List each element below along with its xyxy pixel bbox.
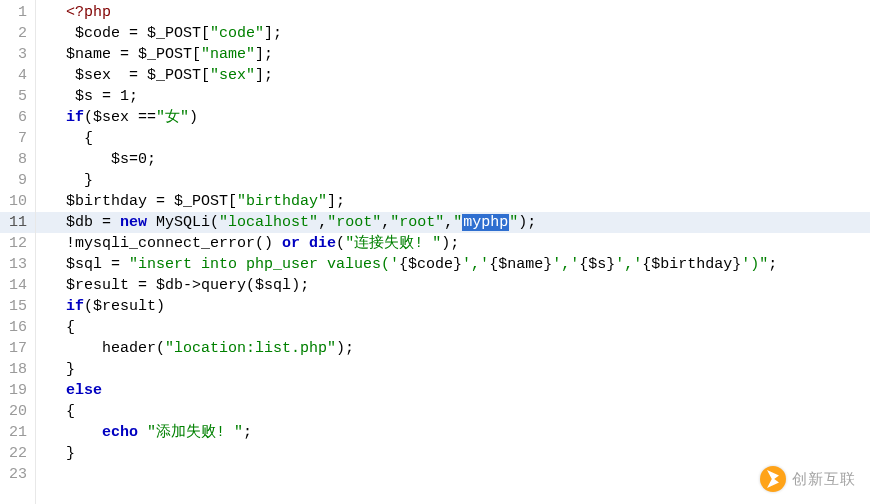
token: "insert into php_user values(' (129, 256, 399, 273)
token (48, 151, 111, 168)
line-number: 20 (0, 401, 35, 422)
token: = (111, 46, 138, 63)
token: "root" (390, 214, 444, 231)
line-number: 7 (0, 128, 35, 149)
line-number: 18 (0, 359, 35, 380)
token: $sql (66, 256, 102, 273)
token (48, 424, 102, 441)
code-line[interactable]: { (48, 317, 870, 338)
code-line[interactable]: <?php (48, 2, 870, 23)
token: ; (129, 88, 138, 105)
line-number: 9 (0, 170, 35, 191)
code-line[interactable]: { (48, 401, 870, 422)
code-line[interactable]: $sex = $_POST["sex"]; (48, 65, 870, 86)
code-line[interactable]: $db = new MySQLi("localhost","root","roo… (36, 212, 870, 233)
line-number: 17 (0, 338, 35, 359)
token: "localhost" (219, 214, 318, 231)
token (300, 235, 309, 252)
token: header (102, 340, 156, 357)
line-number: 11 (0, 212, 35, 233)
token: $name (66, 46, 111, 63)
token: = (120, 25, 147, 42)
token (48, 193, 66, 210)
line-number: 21 (0, 422, 35, 443)
token: ; (243, 424, 252, 441)
token: [ (192, 46, 201, 63)
code-line[interactable]: if($sex =="女") (48, 107, 870, 128)
code-line[interactable]: $sql = "insert into php_user values('{$c… (48, 254, 870, 275)
token (48, 256, 66, 273)
code-line[interactable]: $name = $_POST["name"]; (48, 44, 870, 65)
token: $_POST (147, 67, 201, 84)
code-line[interactable]: else (48, 380, 870, 401)
token: ; (147, 151, 156, 168)
code-line[interactable]: } (48, 359, 870, 380)
token: } (48, 445, 75, 462)
token: "birthday" (237, 193, 327, 210)
token: [ (201, 67, 210, 84)
token: ( (84, 109, 93, 126)
token: () (255, 235, 282, 252)
line-number: 16 (0, 317, 35, 338)
line-number: 19 (0, 380, 35, 401)
line-number: 14 (0, 275, 35, 296)
code-line[interactable]: $code = $_POST["code"]; (48, 23, 870, 44)
code-line[interactable]: !mysqli_connect_error() or die("连接失败! ")… (48, 233, 870, 254)
token: ); (336, 340, 354, 357)
token: , (444, 214, 453, 231)
line-number: 12 (0, 233, 35, 254)
token (48, 4, 66, 21)
token: echo (102, 424, 138, 441)
code-line[interactable]: $s=0; (48, 149, 870, 170)
token (48, 340, 102, 357)
token: = (147, 193, 174, 210)
code-line[interactable]: $birthday = $_POST["birthday"]; (48, 191, 870, 212)
token: "sex" (210, 67, 255, 84)
token (48, 88, 75, 105)
token: ); (441, 235, 459, 252)
token: $code (75, 25, 120, 42)
token: new (120, 214, 147, 231)
selection: myphp (462, 214, 509, 231)
code-line[interactable]: } (48, 170, 870, 191)
token: ! (48, 235, 75, 252)
token: " (509, 214, 518, 231)
token (48, 214, 66, 231)
token: ( (156, 340, 165, 357)
token: {$code} (399, 256, 462, 273)
code-editor[interactable]: 1234567891011121314151617181920212223 <?… (0, 0, 870, 504)
code-line[interactable]: } (48, 443, 870, 464)
token: $result (93, 298, 156, 315)
code-line[interactable]: if($result) (48, 296, 870, 317)
token: $s (111, 151, 129, 168)
token: ')" (741, 256, 768, 273)
code-line[interactable]: $s = 1; (48, 86, 870, 107)
token: ',' (552, 256, 579, 273)
token: die (309, 235, 336, 252)
token: $birthday (66, 193, 147, 210)
token: {$birthday} (642, 256, 741, 273)
token (138, 424, 147, 441)
token: = (93, 88, 120, 105)
token: ); (518, 214, 536, 231)
token: { (48, 403, 75, 420)
token: [ (201, 25, 210, 42)
token: "code" (210, 25, 264, 42)
watermark: 创新互联 (760, 466, 856, 492)
code-line[interactable] (48, 464, 870, 485)
token: ; (768, 256, 777, 273)
code-line[interactable]: echo "添加失败! "; (48, 422, 870, 443)
code-line[interactable]: $result = $db->query($sql); (48, 275, 870, 296)
token: $s (75, 88, 93, 105)
token: $_POST (174, 193, 228, 210)
watermark-logo-icon (760, 466, 786, 492)
code-line[interactable]: { (48, 128, 870, 149)
token (48, 109, 66, 126)
token: 0 (138, 151, 147, 168)
code-area[interactable]: <?php $code = $_POST["code"]; $name = $_… (36, 0, 870, 504)
token: {$s} (579, 256, 615, 273)
code-line[interactable]: header("location:list.php"); (48, 338, 870, 359)
token: $sex (93, 109, 129, 126)
token: ]; (255, 67, 273, 84)
token: = (129, 151, 138, 168)
